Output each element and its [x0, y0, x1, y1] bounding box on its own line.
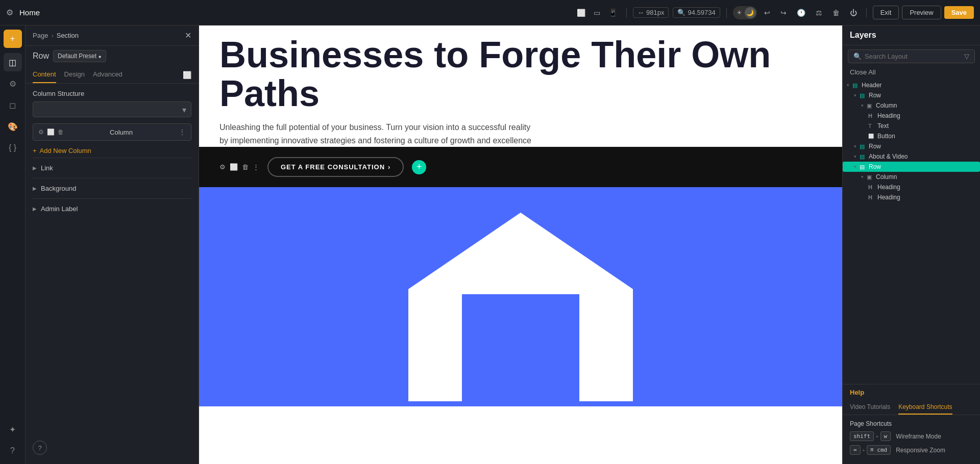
canvas-image-section [199, 187, 842, 406]
history-button[interactable]: 🕐 [794, 7, 808, 19]
tree-item-row-active[interactable]: ▾ ▤ Row [843, 162, 980, 172]
settings-button[interactable]: ⚖ [813, 7, 825, 19]
wireframe-label: Wireframe Mode [896, 433, 941, 440]
canvas-subtext: Unleashing the full potential of your bu… [199, 113, 556, 147]
help-sidebar-button[interactable]: ? [4, 442, 22, 460]
dark-mode-icon: 🌙 [745, 7, 756, 18]
add-element-button[interactable]: + [4, 30, 22, 48]
column-structure-select[interactable] [33, 101, 191, 117]
column-item-icons: ⚙ ⬜ 🗑 [38, 128, 64, 136]
link-section-header[interactable]: ▶ Link [33, 164, 191, 172]
help-header: Help [843, 384, 980, 400]
row-icon: ▤ [860, 153, 867, 160]
zoom-value: 94.59734 [688, 9, 715, 16]
tree-item-column-1[interactable]: ▾ ▣ Column [843, 100, 980, 111]
add-column-button[interactable]: + Add New Column [33, 144, 191, 158]
column-settings-icon[interactable]: ⚙ [38, 128, 44, 136]
tab-video-tutorials[interactable]: Video Tutorials [850, 400, 890, 415]
tree-item-heading-2[interactable]: H Heading [843, 182, 980, 192]
tree-item-about-video[interactable]: ▾ ▤ About & Video [843, 151, 980, 162]
preset-select[interactable]: Default Preset ⬥ [53, 50, 106, 62]
shortcuts-group-title: Page Shortcuts [850, 420, 973, 427]
light-mode-icon: ☀ [734, 8, 745, 17]
shortcuts-section: Page Shortcuts shift + w Wireframe Mode … [843, 415, 980, 464]
desktop-view-button[interactable]: ⬜ [574, 7, 589, 19]
code-button[interactable]: { } [4, 139, 22, 157]
power-button[interactable]: ⏻ [847, 7, 860, 19]
key-shift: shift [850, 431, 874, 441]
cta-copy-icon[interactable]: ⬜ [230, 163, 238, 171]
background-section-header[interactable]: ▶ Background [33, 185, 191, 192]
tab-content[interactable]: Content [33, 66, 56, 83]
tablet-view-button[interactable]: ▭ [591, 7, 603, 19]
panel-tabs: Content Design Advanced ⬜ [26, 66, 199, 84]
chevron-icon: ▾ [854, 164, 856, 169]
cta-more-icon[interactable]: ⋮ [253, 163, 259, 171]
cta-settings-icon[interactable]: ⚙ [219, 163, 226, 171]
plus-sign-2: + [862, 447, 865, 453]
heading-icon: H [868, 194, 875, 200]
cta-button[interactable]: GET A FREE CONSULTATION › [267, 157, 404, 177]
column-structure-label: Column Structure [33, 90, 191, 97]
exit-button[interactable]: Exit [873, 6, 899, 19]
tree-item-row-2[interactable]: ▾ ▤ Row [843, 141, 980, 151]
help-title: Help [850, 389, 864, 396]
cta-plus-button[interactable]: + [412, 160, 426, 174]
redo-button[interactable]: ↪ [777, 7, 790, 19]
admin-label-section-header[interactable]: ▶ Admin Label [33, 205, 191, 213]
tree-label: Column [876, 102, 897, 109]
delete-button[interactable]: 🗑 [829, 7, 843, 19]
save-button[interactable]: Save [944, 6, 974, 19]
add-column-plus-icon: + [33, 147, 37, 154]
settings-sidebar-button[interactable]: ⚙ [4, 74, 22, 93]
tab-advanced[interactable]: Advanced [93, 66, 122, 83]
column-item-more[interactable]: ⋮ [179, 128, 186, 136]
tree-item-column-2[interactable]: ▾ ▣ Column [843, 172, 980, 182]
key-combo-zoom: = + ⌘ cmd [850, 445, 891, 455]
chevron-icon: ▾ [854, 93, 856, 98]
app-title: Home [19, 8, 40, 17]
search-input[interactable] [865, 53, 961, 60]
background-section: ▶ Background [33, 178, 191, 198]
tab-keyboard-shortcuts[interactable]: Keyboard Shortcuts [898, 400, 952, 415]
cta-trash-icon[interactable]: 🗑 [242, 163, 249, 171]
separator-2 [726, 8, 727, 18]
zoom-icon: 🔍 [677, 9, 685, 16]
search-icon: 🔍 [853, 53, 862, 60]
tree-item-heading-1[interactable]: H Heading [843, 111, 980, 121]
tab-design[interactable]: Design [64, 66, 85, 83]
layers-tree: ▾ ▤ Header ▾ ▤ Row ▾ ▣ Column H Heading [843, 80, 980, 384]
help-icon[interactable]: ? [33, 441, 47, 455]
preview-button[interactable]: Preview [902, 6, 941, 19]
theme-toggle[interactable]: ☀ 🌙 [733, 6, 757, 19]
row-icon: ▤ [860, 164, 867, 170]
layers-button[interactable]: ◫ [4, 53, 22, 71]
layers-header: Layers [843, 25, 980, 45]
panel-content: Column Structure ⚙ ⬜ 🗑 Column ⋮ + Add Ne… [26, 84, 199, 435]
theme-button[interactable]: 🎨 [4, 117, 22, 136]
heading-icon: H [868, 113, 875, 119]
column-copy-icon[interactable]: ⬜ [47, 128, 55, 136]
row-icon: ▤ [860, 92, 867, 99]
tree-item-heading-3[interactable]: H Heading [843, 192, 980, 202]
tree-item-text[interactable]: T Text [843, 121, 980, 131]
column-trash-icon[interactable]: 🗑 [58, 128, 64, 136]
close-all-button[interactable]: Close All [843, 67, 980, 80]
tree-item-button[interactable]: ⬜ Button [843, 131, 980, 141]
help-icon-wrapper: ? [26, 435, 199, 464]
mobile-view-button[interactable]: 📱 [605, 7, 620, 19]
elements-button[interactable]: ◻ [4, 96, 22, 114]
zoom-display: 🔍 94.59734 [673, 7, 720, 18]
admin-label-section-title: Admin Label [41, 205, 78, 213]
transform-button[interactable]: ✦ [4, 420, 22, 439]
gear-icon[interactable]: ⚙ [6, 8, 13, 17]
breadcrumb-page: Page [33, 32, 48, 39]
panel-close-button[interactable]: ✕ [185, 31, 191, 40]
tree-item-header[interactable]: ▾ ▤ Header [843, 80, 980, 90]
filter-icon[interactable]: ▽ [964, 53, 969, 60]
responsive-icon[interactable]: ⬜ [183, 71, 191, 79]
undo-button[interactable]: ↩ [761, 7, 773, 19]
column-item-label: Column [64, 128, 179, 136]
tree-label: Text [877, 122, 889, 130]
tree-item-row-1[interactable]: ▾ ▤ Row [843, 90, 980, 100]
